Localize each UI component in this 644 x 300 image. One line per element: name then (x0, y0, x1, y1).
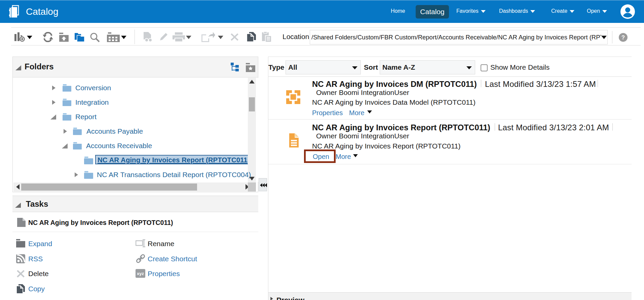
svg-text:?: ? (621, 34, 625, 41)
svg-text:xyz: xyz (137, 271, 144, 276)
